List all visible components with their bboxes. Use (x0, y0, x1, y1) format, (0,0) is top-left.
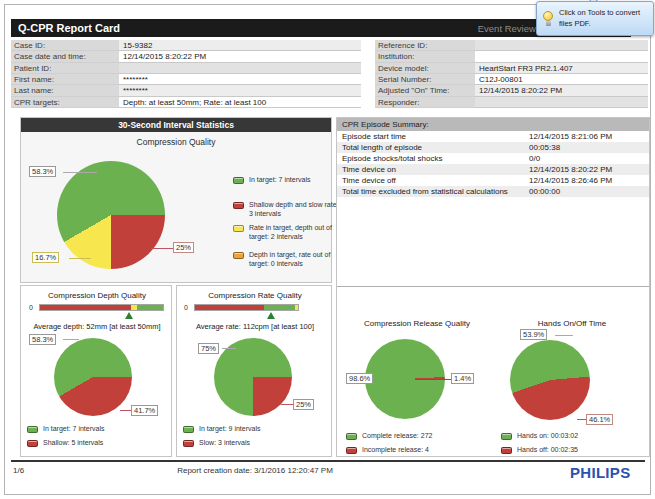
table-row: First name:******** (11, 74, 361, 85)
summary-row: Total time excluded from statistical cal… (337, 186, 649, 197)
summary-label: Time device off (337, 175, 529, 186)
release-quality-title: Compression Release Quality (337, 319, 497, 328)
summary-row: Total length of episode00:05:38 (337, 142, 649, 153)
legend-item: Incomplete release: 4 (346, 446, 486, 455)
field-value (475, 97, 648, 108)
rate-quality-panel: Compression Rate Quality 0 Average rate:… (176, 285, 332, 457)
field-value: ******** (119, 85, 361, 96)
legend-swatch (346, 433, 357, 440)
legend-item: Complete release: 272 (346, 432, 486, 441)
pie-pct-label: 1.4% (451, 373, 474, 384)
field-label: Patient ID: (11, 63, 119, 74)
page-number: 1/6 (13, 466, 24, 475)
pie-pct-label: 58.3% (29, 166, 56, 177)
hands-time-title: Hands On/Off Time (497, 319, 647, 328)
field-label: Serial Number: (375, 74, 475, 85)
depth-gauge-marker-track (39, 312, 164, 319)
legend-label: Hands on: 00:03:02 (517, 432, 578, 441)
leader-line (63, 339, 79, 340)
compression-quality-pie (57, 161, 165, 269)
summary-value: 00:00:00 (529, 186, 649, 197)
convert-pdf-tooltip[interactable]: Click on Tools to convert files PDF. (536, 1, 654, 36)
pie-pct-label: 16.7% (32, 252, 59, 263)
legend-item: Hands on: 00:03:02 (501, 432, 641, 441)
legend-label: Incomplete release: 4 (362, 446, 429, 455)
legend-swatch (501, 433, 512, 440)
field-label: Reference ID: (375, 40, 475, 51)
panel-divider (337, 286, 649, 287)
interval-stats-header: 30-Second Interval Statistics (21, 118, 331, 132)
rate-gauge (194, 304, 299, 311)
table-row: Case date and time:12/14/2015 8:20:22 PM (11, 51, 361, 62)
field-label: Responder: (375, 97, 475, 108)
depth-quality-title: Compression Depth Quality (21, 291, 173, 300)
leader-line (415, 379, 451, 380)
field-value (119, 63, 361, 74)
legend-label: Slow: 3 intervals (199, 439, 250, 448)
field-value: 15-9382 (119, 40, 361, 51)
field-label: Device model: (375, 63, 475, 74)
legend-item: Shallow depth and slow rate: 3 intervals (233, 201, 341, 219)
rate-average-label: Average rate: 112cpm [at least 100] (177, 322, 333, 331)
table-row: Responder: (375, 97, 648, 108)
field-value: C12J-00801 (475, 74, 648, 85)
gauge-marker (125, 312, 133, 319)
table-row: Last name:******** (11, 85, 361, 96)
depth-gauge (39, 304, 164, 311)
legend-label: Depth in target, rate out of target: 0 i… (249, 251, 333, 269)
legend-item: Rate in target, depth out of target: 2 i… (233, 224, 333, 242)
leader-line (222, 348, 236, 349)
legend-swatch (183, 440, 194, 447)
tooltip-text: Click on Tools to convert files PDF. (559, 8, 649, 28)
depth-quality-pie (54, 338, 132, 416)
pie-pct-label: 46.1% (586, 414, 613, 425)
footer-divider (11, 460, 645, 462)
field-value: 12/14/2015 8:20:22 PM (119, 51, 361, 62)
legend-label: Rate in target, depth out of target: 2 i… (249, 224, 333, 242)
table-row: Institution: (375, 51, 648, 62)
table-row: Device model:HeartStart FR3 PR2.1.407 (375, 63, 648, 74)
table-row: Serial Number:C12J-00801 (375, 74, 648, 85)
pie-pct-label: 25% (293, 399, 314, 410)
leader-line (555, 335, 573, 336)
legend-swatch (501, 447, 512, 454)
field-value: ******** (119, 74, 361, 85)
field-value: Depth: at least 50mm; Rate: at least 100 (119, 97, 361, 108)
depth-quality-panel: Compression Depth Quality 0 Average dept… (20, 285, 172, 457)
pie-pct-label: 25% (173, 242, 194, 253)
summary-row: Time device off12/14/2015 8:26:46 PM (337, 175, 649, 186)
pie-pct-label: 98.6% (346, 373, 373, 384)
leader-line (63, 172, 97, 173)
interval-stats-panel: 30-Second Interval Statistics Compressio… (20, 117, 332, 283)
legend-label: Shallow: 5 intervals (43, 439, 103, 448)
legend-item: Hands off: 00:02:35 (501, 446, 641, 455)
episode-summary-panel: CPR Episode Summary: Episode start time1… (336, 117, 650, 457)
summary-row: Time device on12/14/2015 8:20:22 PM (337, 164, 649, 175)
field-value (475, 40, 648, 51)
legend-swatch (233, 202, 244, 209)
field-label: Case ID: (11, 40, 119, 51)
legend-swatch (233, 225, 244, 232)
lightbulb-icon (541, 10, 555, 28)
episode-summary-header: CPR Episode Summary: (337, 118, 649, 131)
legend-swatch (183, 426, 194, 433)
rate-gauge-marker-track (194, 312, 299, 319)
legend-label: Shallow depth and slow rate: 3 intervals (249, 201, 341, 219)
episode-summary-rows: Episode start time12/14/2015 8:21:06 PM … (337, 131, 649, 197)
summary-label: Episode start time (337, 131, 529, 142)
field-label: CPR targets: (11, 97, 119, 108)
legend-item: In target: 7 intervals (233, 176, 333, 185)
legend-label: In target: 7 intervals (249, 176, 310, 185)
pie-pct-label: 53.9% (520, 329, 547, 340)
summary-value: 0/0 (529, 153, 649, 164)
legend-item: Depth in target, rate out of target: 0 i… (233, 251, 333, 269)
legend-item: In target: 9 intervals (183, 425, 313, 434)
summary-label: Total length of episode (337, 142, 529, 153)
field-label: Last name: (11, 85, 119, 96)
legend-label: Hands off: 00:02:35 (517, 446, 578, 455)
field-label: Adjusted "On" Time: (375, 85, 475, 96)
leader-line (281, 404, 293, 405)
table-row: Case ID:15-9382 (11, 40, 361, 51)
legend-swatch (346, 447, 357, 454)
table-row: Reference ID: (375, 40, 648, 51)
